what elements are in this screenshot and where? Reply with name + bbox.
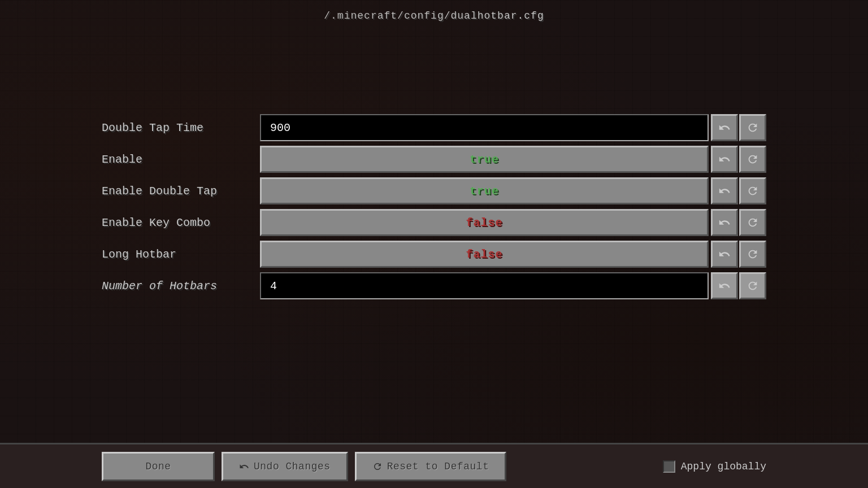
done-button[interactable]: Done [102, 452, 215, 481]
label-enable: Enable [102, 153, 260, 166]
row-buttons-enable-key-combo [711, 209, 766, 236]
row-buttons-number-of-hotbars [711, 272, 766, 299]
apply-globally-container: Apply globally [663, 460, 766, 473]
toggle-long-hotbar[interactable]: false [260, 241, 709, 268]
undo-btn-double-tap-time[interactable] [711, 114, 738, 141]
config-panel: Double Tap Time Enable true Enable Doubl… [102, 113, 766, 303]
input-double-tap-time[interactable] [260, 114, 709, 141]
reset-icon [747, 121, 759, 134]
row-buttons-double-tap-time [711, 114, 766, 141]
undo-btn-enable[interactable] [711, 146, 738, 173]
undo-btn-enable-double-tap[interactable] [711, 177, 738, 204]
undo-icon [718, 248, 731, 260]
row-number-of-hotbars: Number of Hotbars [102, 271, 766, 300]
bottom-bar: Done Undo Changes Reset to Default Apply… [0, 443, 868, 488]
reset-icon-btn-enable-double-tap[interactable] [739, 177, 766, 204]
page-title: /.minecraft/config/dualhotbar.cfg [0, 0, 868, 21]
label-double-tap-time: Double Tap Time [102, 121, 260, 134]
row-enable: Enable true [102, 145, 766, 174]
undo-changes-icon [239, 461, 249, 472]
apply-globally-label: Apply globally [681, 461, 766, 472]
label-long-hotbar: Long Hotbar [102, 248, 260, 261]
undo-icon [718, 216, 731, 229]
row-long-hotbar: Long Hotbar false [102, 239, 766, 269]
undo-btn-enable-key-combo[interactable] [711, 209, 738, 236]
reset-to-default-label: Reset to Default [387, 461, 489, 472]
row-enable-key-combo: Enable Key Combo false [102, 208, 766, 237]
reset-icon-btn-enable[interactable] [739, 146, 766, 173]
label-number-of-hotbars: Number of Hotbars [102, 280, 260, 293]
undo-changes-label: Undo Changes [254, 461, 331, 472]
toggle-enable-double-tap[interactable]: true [260, 177, 709, 204]
reset-to-default-icon [372, 461, 383, 472]
undo-icon [718, 280, 731, 292]
reset-icon [747, 153, 759, 165]
undo-icon [718, 121, 731, 134]
reset-icon [747, 280, 759, 292]
undo-changes-button[interactable]: Undo Changes [222, 452, 348, 481]
label-enable-double-tap: Enable Double Tap [102, 185, 260, 198]
undo-icon [718, 185, 731, 197]
reset-icon [747, 216, 759, 229]
row-buttons-enable-double-tap [711, 177, 766, 204]
undo-icon [718, 153, 731, 165]
reset-icon-btn-enable-key-combo[interactable] [739, 209, 766, 236]
input-number-of-hotbars[interactable] [260, 272, 709, 299]
row-buttons-enable [711, 146, 766, 173]
label-enable-key-combo: Enable Key Combo [102, 216, 260, 229]
row-enable-double-tap: Enable Double Tap true [102, 176, 766, 206]
row-double-tap-time: Double Tap Time [102, 113, 766, 142]
reset-icon-btn-number-of-hotbars[interactable] [739, 272, 766, 299]
apply-globally-checkbox[interactable] [663, 460, 675, 473]
reset-icon [747, 248, 759, 260]
reset-icon-btn-double-tap-time[interactable] [739, 114, 766, 141]
row-buttons-long-hotbar [711, 241, 766, 268]
reset-icon-btn-long-hotbar[interactable] [739, 241, 766, 268]
toggle-enable-key-combo[interactable]: false [260, 209, 709, 236]
toggle-enable[interactable]: true [260, 146, 709, 173]
undo-btn-number-of-hotbars[interactable] [711, 272, 738, 299]
reset-to-default-button[interactable]: Reset to Default [355, 452, 507, 481]
undo-btn-long-hotbar[interactable] [711, 241, 738, 268]
reset-icon [747, 185, 759, 197]
